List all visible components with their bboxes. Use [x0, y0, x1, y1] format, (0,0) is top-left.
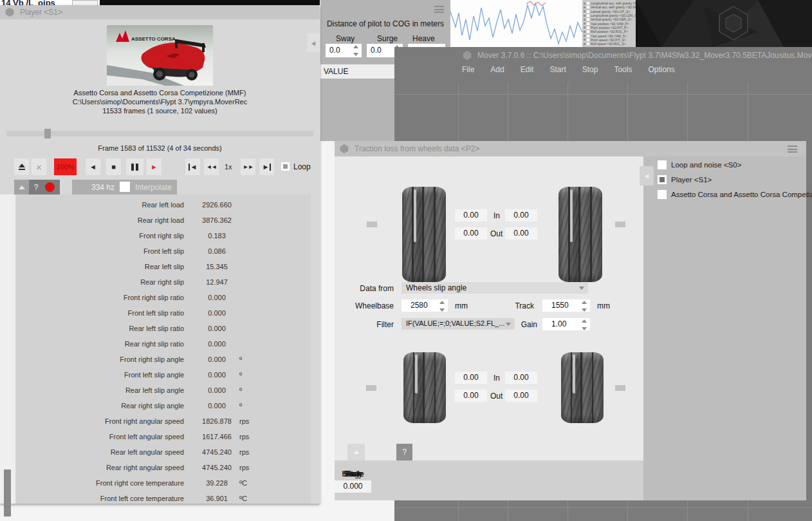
pause-button[interactable]	[126, 158, 143, 175]
play-reverse-button[interactable]: ◄	[86, 158, 100, 175]
mover-titlebar[interactable]: Mover 3.7.0.6 :: C:\Users\simop\Document…	[394, 47, 812, 64]
signal-list-item[interactable]: Longitudinal acc. with gravity <S0.LON_A…	[584, 1, 636, 5]
menu-item[interactable]: Add	[490, 65, 504, 74]
rewind-button[interactable]: ◄◄	[204, 158, 219, 175]
telemetry-label: Front right slip ratio	[15, 294, 184, 301]
wheelbase-unit: mm	[455, 301, 468, 310]
help-button[interactable]: ?	[396, 444, 412, 460]
record-group: ?	[29, 180, 60, 194]
collapse-panel-button[interactable]: ◄	[307, 33, 320, 52]
telemetry-unit: rps	[239, 448, 249, 456]
wheelbase-label: Wheelbase	[335, 301, 394, 310]
output-column: Roll 0.000	[335, 460, 371, 493]
traction-content: 0.00 In 0.00 0.00 Out 0.00 Data from Whe…	[335, 156, 643, 460]
telemetry-label: Rear left slip angle	[15, 386, 184, 394]
track-input[interactable]: 1550	[542, 299, 590, 312]
menu-item[interactable]: Edit	[521, 65, 534, 74]
menu-item[interactable]: File	[462, 65, 474, 74]
signal-bullet-icon	[584, 10, 586, 12]
scrollbar-thumb[interactable]	[4, 469, 11, 516]
value-label: VALUE	[324, 67, 348, 76]
loop-label: Loop	[293, 162, 311, 171]
signal-checkbox[interactable]	[587, 30, 589, 33]
signal-list-item[interactable]: Pitch position <S0.PIT_P>	[584, 26, 636, 30]
signal-label: Pitch position <S0.PIT_P>	[591, 26, 628, 30]
wheelbase-value: 2580	[411, 301, 428, 310]
signal-checkbox[interactable]	[587, 18, 589, 21]
output-value: 0.000	[335, 480, 371, 493]
source-item: Loop and noise <S0>	[643, 160, 806, 171]
spinner-arrows-icon[interactable]	[438, 301, 446, 312]
spinner-arrows-icon[interactable]	[580, 301, 588, 312]
surge-value: 0.0	[371, 46, 382, 55]
signal-bullet-icon	[584, 35, 586, 37]
signal-list-item[interactable]: Longitudinal gravity <S0.LON_G>	[584, 14, 636, 17]
menu-item[interactable]: Start	[549, 65, 566, 74]
telemetry-row: Rear left load 2926.660	[15, 198, 311, 213]
signal-checkbox[interactable]	[587, 2, 589, 5]
telemetry-label: Front left core temperature	[15, 495, 184, 502]
wheelbase-input[interactable]: 2580	[401, 299, 448, 312]
signal-list-item[interactable]: Roll speed <S0.ROL_S>	[584, 42, 636, 46]
source-checkbox[interactable]	[658, 190, 667, 199]
signal-checkbox[interactable]	[587, 26, 589, 29]
menu-item[interactable]: Options	[648, 65, 674, 74]
spinner-arrows-icon[interactable]	[580, 319, 588, 330]
fast-forward-button[interactable]: ►►	[241, 158, 255, 175]
telemetry-value: 15.345	[185, 263, 249, 270]
traction-titlebar[interactable]: Traction loss from wheels data <P2>	[335, 141, 806, 156]
skip-to-end-button[interactable]: ►	[259, 158, 274, 175]
player-window: Player <S1> ◄ ASSETTO CORSA Assetto Cors…	[0, 5, 320, 504]
axle-indicator	[366, 385, 376, 391]
gain-input[interactable]: 1.00	[542, 318, 590, 330]
help-button[interactable]: ?	[29, 183, 43, 192]
signal-list-item[interactable]: Vertical acc. with gravity <S0.VER_AG>	[584, 5, 636, 9]
loop-checkbox[interactable]	[281, 162, 290, 171]
menu-item[interactable]: Tools	[614, 65, 632, 74]
out-label: Out	[490, 229, 503, 238]
stop-button[interactable]: ■	[106, 158, 121, 175]
source-checkbox[interactable]	[658, 160, 667, 169]
background-signal-list-fragment: Longitudinal acc. with gravity <S0.LON_A…	[582, 0, 636, 47]
signal-list-item[interactable]: Yaw position <S0.YAW_P>	[584, 21, 636, 25]
data-from-dropdown[interactable]: Wheels slip angle	[401, 282, 588, 294]
telemetry-label: Rear right slip angle	[15, 402, 184, 410]
source-label: Assetto Corsa and Assetto Corsa Competiz…	[671, 191, 812, 198]
signal-list-item[interactable]: Lateral gravity <S0.LAT_G>	[584, 10, 636, 14]
source-checkbox[interactable]	[658, 175, 667, 184]
eject-button[interactable]	[14, 158, 29, 175]
menu-item[interactable]: Stop	[582, 65, 598, 74]
background-chart-fragment	[450, 0, 582, 47]
spinner-arrows-icon[interactable]	[352, 45, 360, 56]
signal-checkbox[interactable]	[587, 10, 589, 13]
play-button[interactable]: ►	[147, 158, 161, 175]
signal-checkbox[interactable]	[587, 23, 589, 25]
telemetry-row: Rear left angular speed 4745.240 rps	[15, 445, 311, 460]
record-icon[interactable]	[45, 182, 55, 192]
signal-list-item[interactable]: Vertical gravity <S0.VER_G>	[584, 17, 636, 21]
telemetry-label: Rear left angular speed	[15, 448, 184, 456]
signal-checkbox[interactable]	[587, 43, 589, 45]
interpolate-checkbox[interactable]	[120, 182, 130, 192]
collapse-up-button[interactable]	[347, 444, 365, 460]
signal-checkbox[interactable]	[587, 39, 589, 41]
hamburger-menu-icon[interactable]	[434, 6, 444, 13]
collapse-up-button[interactable]	[14, 180, 29, 194]
telemetry-row: Front left slip ratio 0.000	[15, 306, 311, 321]
close-button[interactable]: ×	[32, 158, 46, 175]
front-in-left-value: 0.00	[455, 209, 487, 222]
telemetry-label: Rear right angular speed	[15, 464, 184, 471]
signal-checkbox[interactable]	[587, 6, 589, 8]
telemetry-value: 0.086	[185, 247, 249, 255]
chevron-down-icon	[579, 287, 584, 290]
speed-button[interactable]: 100%	[54, 158, 77, 175]
skip-to-start-button[interactable]: ◄	[185, 158, 200, 175]
hamburger-menu-icon[interactable]	[788, 146, 797, 153]
sway-input[interactable]: 0.0	[326, 44, 362, 57]
signal-checkbox[interactable]	[587, 35, 589, 37]
timeline-slider[interactable]	[6, 131, 313, 137]
player-titlebar[interactable]: Player <S1>	[0, 5, 320, 19]
timeline-slider-thumb[interactable]	[44, 129, 51, 138]
signal-checkbox[interactable]	[587, 14, 589, 17]
signal-list-item[interactable]: Roll position <S0.ROL_P>	[584, 30, 636, 33]
